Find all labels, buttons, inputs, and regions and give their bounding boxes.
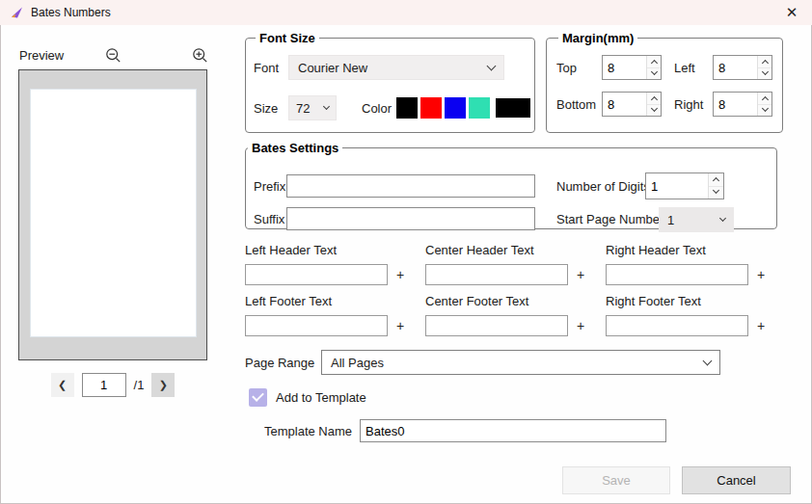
color-swatch-red[interactable]	[420, 97, 442, 119]
margin-bottom-label: Bottom	[556, 97, 602, 112]
font-family-value: Courier New	[298, 61, 367, 75]
magnifier-plus-icon	[192, 47, 208, 64]
start-page-number-label: Start Page Number	[556, 212, 663, 226]
chevron-up-icon[interactable]	[647, 56, 661, 68]
right-footer-text-input[interactable]	[606, 315, 748, 336]
preview-header: Preview	[19, 44, 208, 66]
add-left-footer-button[interactable]: +	[396, 319, 404, 332]
margin-group-title: Margin(mm)	[558, 31, 637, 45]
color-swatch-black[interactable]	[396, 97, 418, 119]
margin-bottom-stepper	[602, 92, 662, 117]
prefix-input[interactable]	[286, 174, 535, 198]
zoom-in-button[interactable]	[192, 47, 208, 64]
chevron-down-icon	[323, 102, 330, 109]
template-name-label: Template Name	[264, 424, 360, 438]
previous-page-button[interactable]: ❮	[51, 373, 74, 397]
color-swatch-teal[interactable]	[469, 97, 490, 119]
cancel-button[interactable]: Cancel	[682, 466, 791, 494]
next-page-button[interactable]: ❯	[151, 373, 175, 397]
margin-left-stepper	[713, 55, 772, 80]
left-footer-text-label: Left Footer Text	[245, 294, 425, 308]
add-to-template-label[interactable]: Add to Template	[276, 390, 366, 405]
margin-right-input[interactable]	[714, 93, 757, 116]
center-footer-text-label: Center Footer Text	[425, 294, 606, 308]
preview-label: Preview	[19, 48, 64, 63]
header-footer-section: Left Header Text + Center Header Text + …	[245, 243, 786, 345]
color-palette	[396, 97, 530, 119]
template-name-row: Template Name	[264, 419, 666, 442]
chevron-up-icon[interactable]	[647, 93, 661, 105]
template-name-input[interactable]	[360, 419, 666, 442]
chevron-down-icon	[487, 61, 497, 70]
page-range-value: All Pages	[331, 356, 384, 370]
right-footer-text-label: Right Footer Text	[606, 294, 786, 308]
selected-color-swatch[interactable]	[496, 98, 530, 118]
color-swatch-blue[interactable]	[445, 97, 466, 119]
margin-right-label: Right	[674, 97, 713, 112]
margin-top-input[interactable]	[603, 56, 646, 79]
number-of-digits-stepper	[645, 172, 724, 199]
add-center-footer-button[interactable]: +	[577, 319, 584, 332]
suffix-input[interactable]	[286, 207, 535, 230]
window-title: Bates Numbers	[31, 6, 111, 19]
spin-buttons	[646, 93, 661, 116]
center-footer-text-input[interactable]	[425, 315, 568, 336]
spin-buttons	[757, 93, 771, 116]
margin-left-label: Left	[674, 61, 713, 75]
page-range-dropdown[interactable]: All Pages	[321, 350, 720, 375]
bates-settings-group: Bates Settings Prefix Suffix Number of D…	[245, 141, 777, 229]
chevron-up-icon[interactable]	[709, 173, 723, 187]
preview-canvas	[18, 69, 207, 360]
save-button[interactable]: Save	[562, 466, 670, 494]
add-center-header-button[interactable]: +	[577, 268, 584, 281]
close-button[interactable]: ✕	[771, 0, 812, 25]
bates-numbers-dialog: Bates Numbers ✕ Preview	[0, 0, 812, 504]
margin-group: Margin(mm) Top Left Bottom	[546, 31, 783, 133]
center-header-text-input[interactable]	[425, 264, 568, 285]
chevron-down-icon[interactable]	[647, 105, 661, 117]
start-page-number-dropdown[interactable]: 1	[659, 207, 734, 232]
color-label: Color	[362, 101, 396, 116]
title-bar: Bates Numbers ✕	[0, 0, 812, 25]
font-size-dropdown[interactable]: 72	[288, 95, 337, 120]
total-pages-label: /1	[134, 378, 145, 392]
chevron-up-icon[interactable]	[758, 56, 771, 68]
chevron-down-icon[interactable]	[758, 105, 771, 117]
zoom-out-button[interactable]	[105, 47, 122, 64]
page-range-label: Page Range	[245, 356, 321, 370]
margin-bottom-input[interactable]	[603, 93, 646, 116]
chevron-down-icon[interactable]	[647, 68, 661, 80]
chevron-right-icon: ❯	[159, 379, 168, 391]
suffix-label: Suffix	[254, 212, 284, 226]
chevron-up-icon[interactable]	[758, 93, 771, 105]
center-header-text-label: Center Header Text	[425, 243, 606, 257]
font-size-group: Font Size Font Courier New Size 72 Color	[245, 31, 535, 133]
chevron-left-icon: ❮	[58, 379, 67, 391]
font-label: Font	[254, 61, 288, 75]
chevron-down-icon[interactable]	[758, 68, 771, 80]
left-header-text-label: Left Header Text	[245, 243, 425, 257]
spin-buttons	[757, 56, 771, 79]
left-footer-text-input[interactable]	[245, 315, 388, 336]
font-size-group-title: Font Size	[256, 31, 319, 45]
add-to-template-checkbox[interactable]	[249, 388, 267, 407]
add-right-footer-button[interactable]: +	[757, 319, 765, 332]
add-to-template-row: Add to Template	[249, 388, 366, 407]
current-page-input[interactable]	[82, 373, 126, 397]
number-of-digits-input[interactable]	[646, 173, 708, 199]
left-header-text-input[interactable]	[245, 264, 388, 285]
bates-settings-title: Bates Settings	[248, 141, 342, 155]
margin-left-input[interactable]	[714, 56, 757, 79]
page-range-row: Page Range All Pages	[245, 350, 720, 375]
chevron-down-icon	[703, 356, 713, 365]
page-navigator: ❮ /1 ❯	[18, 372, 207, 397]
right-header-text-label: Right Header Text	[606, 243, 786, 257]
margin-top-label: Top	[556, 61, 602, 75]
add-right-header-button[interactable]: +	[757, 268, 765, 281]
font-family-dropdown[interactable]: Courier New	[288, 55, 504, 80]
right-header-text-input[interactable]	[606, 264, 748, 285]
font-size-value: 72	[296, 101, 310, 116]
chevron-down-icon[interactable]	[709, 187, 723, 199]
add-left-header-button[interactable]: +	[396, 268, 404, 281]
close-icon: ✕	[786, 4, 798, 20]
